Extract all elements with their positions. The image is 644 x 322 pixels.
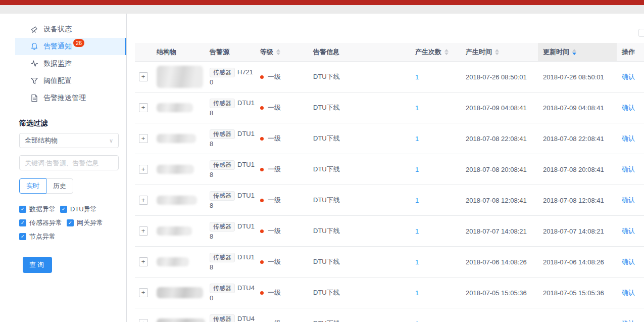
cell-level: 一级 [255, 257, 308, 266]
column-header-level[interactable]: 等级 [255, 43, 308, 61]
expand-row-button[interactable]: + [139, 196, 148, 205]
expand-row-button[interactable]: + [139, 257, 148, 266]
cell-count: 1 [410, 227, 461, 235]
column-header-updated[interactable]: 更新时间 [538, 43, 617, 61]
checkbox-节点异常[interactable]: ✓节点异常 [19, 232, 56, 241]
source-wrap: 传感器DTU18 [210, 221, 256, 241]
query-button[interactable]: 查询 [23, 257, 52, 273]
sensor-tag: 传感器 [210, 191, 235, 201]
sidebar-item-telescope[interactable]: 设备状态 [15, 21, 126, 38]
mode-button-realtime[interactable]: 实时 [19, 178, 46, 194]
sidebar-item-document[interactable]: 告警推送管理 [15, 89, 126, 107]
cell-structure [152, 287, 205, 298]
sort-carets-icon [276, 49, 280, 55]
cell-action: 确认 [617, 134, 644, 143]
filter-panel: 筛选过滤 全部结构物 ∨ 实时历史 ✓数据异常✓DTU异常✓传感器异常✓网关异常… [15, 119, 126, 273]
cell-updated-time: 2018-07-08 22:08:41 [538, 135, 617, 143]
count-link[interactable]: 1 [415, 135, 419, 143]
cell-action: 确认 [617, 165, 644, 174]
checkbox-网关异常[interactable]: ✓网关异常 [67, 218, 103, 227]
sidebar-item-label: 告警通知 [43, 42, 72, 51]
cell-level: 一级 [255, 196, 308, 205]
confirm-link[interactable]: 确认 [622, 165, 635, 173]
alarm-table: 结构物告警源等级告警信息产生次数产生时间更新时间操作 +传感器H7210一级DT… [135, 43, 644, 322]
count-link[interactable]: 1 [415, 258, 419, 266]
sidebar-item-label: 告警推送管理 [43, 94, 86, 103]
checkbox-DTU异常[interactable]: ✓DTU异常 [60, 205, 97, 214]
filter-title: 筛选过滤 [19, 119, 121, 128]
count-link[interactable]: 1 [415, 320, 419, 322]
cell-message: DTU下线 [308, 257, 410, 266]
confirm-link[interactable]: 确认 [622, 258, 635, 265]
count-link[interactable]: 1 [415, 227, 419, 235]
column-header-source: 告警源 [205, 43, 255, 61]
pulse-icon [30, 60, 38, 68]
confirm-link[interactable]: 确认 [622, 134, 635, 142]
cell-updated-time: 2018-07-26 08:50:01 [538, 73, 617, 81]
sidebar-item-funnel[interactable]: 阈值配置 [15, 72, 126, 89]
structure-name-redacted [157, 134, 196, 143]
count-link[interactable]: 1 [415, 104, 419, 112]
structure-select[interactable]: 全部结构物 ∨ [19, 133, 119, 148]
keyword-input[interactable] [19, 155, 119, 170]
source-wrap: 传感器DTU18 [210, 191, 256, 210]
expand-row-button[interactable]: + [139, 226, 148, 236]
cell-created-time: 2018-07-08 12:08:41 [461, 197, 538, 204]
checkbox-row: ✓传感器异常✓网关异常 [19, 218, 121, 227]
sort-asc-icon [444, 49, 449, 52]
structure-name-redacted [157, 318, 205, 322]
confirm-link[interactable]: 确认 [622, 227, 635, 235]
cell-expand: + [135, 288, 152, 297]
level-dot-icon [260, 229, 264, 233]
count-link[interactable]: 1 [415, 166, 419, 173]
table-row: +传感器DTU40一级DTU下线12018-07-05 15:05:362018… [135, 278, 644, 308]
column-header-created[interactable]: 产生时间 [461, 43, 538, 61]
checkbox-row: ✓数据异常✓DTU异常 [19, 205, 121, 214]
count-link[interactable]: 1 [415, 197, 419, 204]
confirm-link[interactable]: 确认 [622, 196, 635, 204]
telescope-icon [30, 25, 38, 33]
level-dot-icon [260, 199, 264, 202]
confirm-link[interactable]: 确认 [622, 319, 635, 322]
expand-row-button[interactable]: + [139, 288, 148, 297]
confirm-link[interactable]: 确认 [622, 104, 635, 111]
cell-count: 1 [410, 197, 461, 204]
column-header-label: 更新时间 [543, 48, 569, 57]
expand-row-button[interactable]: + [139, 103, 148, 112]
structure-name-redacted [157, 165, 194, 174]
level-label: 一级 [268, 103, 281, 112]
count-link[interactable]: 1 [415, 289, 419, 297]
confirm-link[interactable]: 确认 [622, 73, 635, 80]
cell-created-time: 2018-07-05 15:05:36 [461, 289, 538, 297]
checkbox-checked-icon: ✓ [60, 206, 67, 213]
cell-created-time: 2018-07-26 08:50:01 [461, 73, 538, 81]
expand-row-button[interactable]: + [139, 165, 148, 174]
cell-structure [152, 196, 205, 205]
cell-level: 一级 [255, 319, 308, 322]
cell-action: 确认 [617, 72, 644, 81]
cell-count: 1 [410, 289, 461, 297]
source-wrap: 传感器H7210 [210, 67, 256, 87]
structure-name-redacted [157, 257, 189, 266]
checkbox-传感器异常[interactable]: ✓传感器异常 [19, 218, 62, 227]
sidebar-item-pulse[interactable]: 数据监控 [15, 55, 126, 72]
count-link[interactable]: 1 [415, 73, 419, 81]
structure-name-redacted [157, 66, 203, 88]
sidebar-item-label: 数据监控 [43, 59, 72, 68]
column-header-count[interactable]: 产生次数 [410, 43, 461, 61]
cell-message: DTU下线 [308, 196, 410, 205]
level-label: 一级 [268, 257, 281, 266]
checkbox-row: ✓节点异常 [19, 232, 121, 241]
mode-button-history[interactable]: 历史 [46, 178, 73, 194]
cell-expand: + [135, 72, 152, 81]
cell-action: 确认 [617, 288, 644, 297]
expand-row-button[interactable]: + [139, 319, 148, 322]
sidebar-item-bell[interactable]: 告警通知26 [15, 38, 126, 55]
source-wrap: 传感器DTU40 [210, 314, 256, 322]
table-settings-button[interactable] [638, 29, 644, 37]
confirm-link[interactable]: 确认 [622, 289, 635, 296]
cell-expand: + [135, 196, 152, 205]
expand-row-button[interactable]: + [139, 134, 148, 143]
expand-row-button[interactable]: + [139, 72, 148, 81]
checkbox-数据异常[interactable]: ✓数据异常 [19, 205, 56, 214]
